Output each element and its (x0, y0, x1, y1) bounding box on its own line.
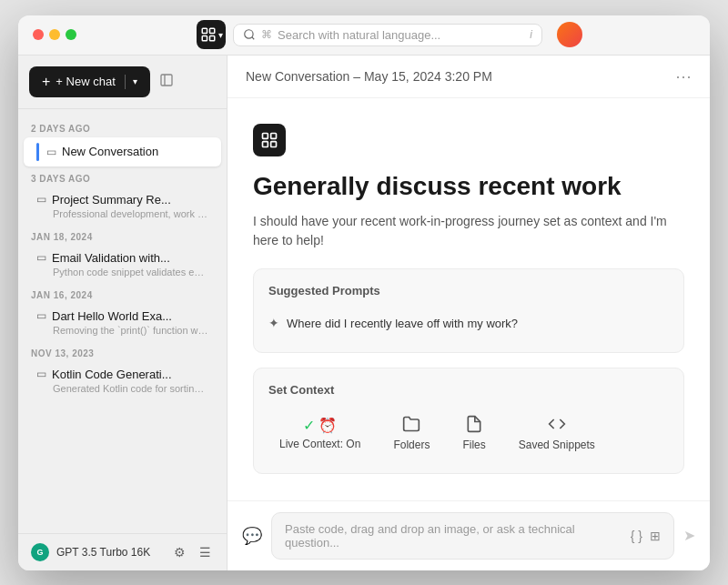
footer-icons: ⚙ ☰ (170, 543, 214, 561)
code-bracket-icon[interactable]: { } (631, 529, 642, 543)
svg-rect-6 (263, 133, 268, 138)
saved-snippets-button[interactable]: Saved Snippets (508, 408, 606, 459)
main-heading: Generally discuss recent work (253, 171, 684, 202)
traffic-lights (33, 29, 76, 40)
svg-rect-5 (161, 75, 172, 86)
conv-item-header: ▭ New Conversation (36, 143, 208, 161)
chat-icon: ▭ (36, 193, 46, 206)
conv-title: New Conversation (62, 145, 158, 158)
menu-icon[interactable]: ☰ (196, 543, 214, 561)
new-chat-label: + New chat (56, 75, 115, 88)
avatar[interactable] (557, 22, 582, 47)
message-icon: 💬 (242, 526, 262, 546)
files-label: Files (462, 439, 485, 451)
live-context-label: Live Context: On (279, 438, 360, 450)
conv-item-header: ▭ Kotlin Code Generati... (36, 368, 208, 381)
svg-rect-2 (202, 36, 207, 41)
clock-icon: ⏰ (318, 417, 337, 434)
svg-point-4 (245, 30, 253, 38)
conv-item-header: ▭ Project Summary Re... (36, 193, 208, 207)
conv-subtitle: Python code snippet validates email addr… (36, 267, 208, 277)
section-label-jan16: JAN 16, 2024 (18, 283, 227, 304)
folders-label: Folders (393, 439, 430, 451)
minimize-button[interactable] (49, 29, 60, 40)
panel-title: New Conversation – May 15, 2024 3:20 PM (246, 69, 675, 84)
chevron-down-icon: ▾ (133, 76, 137, 86)
search-icon (243, 28, 256, 41)
active-indicator (36, 143, 39, 161)
settings-icon[interactable]: ⚙ (170, 543, 188, 561)
conversation-item-email[interactable]: ▭ Email Validation with... Python code s… (24, 246, 221, 283)
chat-icon: ▭ (36, 251, 46, 264)
panel-header: New Conversation – May 15, 2024 3:20 PM … (228, 55, 710, 98)
panel-menu-button[interactable]: ⋯ (675, 68, 692, 85)
app-icon-button[interactable]: ▾ (197, 20, 226, 49)
close-button[interactable] (33, 29, 44, 40)
section-label-jan18: JAN 18, 2024 (18, 225, 227, 246)
section-label-2days: 2 DAYS AGO (18, 116, 227, 137)
svg-rect-1 (209, 28, 214, 33)
maximize-button[interactable] (66, 29, 76, 40)
files-button[interactable]: Files (451, 408, 496, 459)
folder-icon (402, 415, 420, 433)
sparkle-icon: ✦ (268, 316, 279, 330)
sidebar-footer: G GPT 3.5 Turbo 16K ⚙ ☰ (18, 533, 227, 570)
send-button[interactable]: ➤ (683, 527, 695, 544)
conv-item-header: ▭ Email Validation with... (36, 251, 208, 265)
gpt-badge: G (31, 543, 49, 561)
svg-rect-7 (271, 133, 277, 138)
chat-icon: ▭ (46, 146, 56, 158)
main-content: + + New chat ▾ 2 DAYS AGO (18, 55, 710, 570)
file-icon (465, 415, 483, 433)
input-placeholder: Paste code, drag and drop an image, or a… (285, 522, 623, 550)
search-info: i (530, 28, 532, 41)
chat-icon: ▭ (36, 309, 46, 322)
conversation-item-dart[interactable]: ▭ Dart Hello World Exa... Removing the `… (24, 304, 221, 341)
folders-button[interactable]: Folders (382, 408, 440, 459)
conversation-item-new[interactable]: ▭ New Conversation (24, 137, 221, 166)
set-context-title: Set Context (268, 383, 669, 397)
gpt-model-label: GPT 3.5 Turbo 16K (56, 546, 163, 559)
context-row: ✓ ⏰ Live Context: On Folders (268, 408, 669, 459)
live-context-icons: ✓ ⏰ (303, 417, 337, 434)
image-icon[interactable]: ⊞ (650, 529, 661, 543)
prompt-item[interactable]: ✦ Where did I recently leave off with my… (268, 308, 669, 338)
agent-icon (253, 124, 286, 156)
conv-title: Project Summary Re... (52, 193, 171, 207)
check-icon: ✓ (303, 417, 315, 434)
conv-subtitle: Removing the `print()` function will res… (36, 325, 208, 336)
conversation-item-kotlin[interactable]: ▭ Kotlin Code Generati... Generated Kotl… (24, 362, 221, 399)
titlebar: ▾ ⌘ Search with natural language... i (18, 15, 710, 55)
prompt-text: Where did I recently leave off with my w… (287, 317, 518, 330)
chat-icon: ▭ (36, 368, 46, 380)
search-bar[interactable]: ⌘ Search with natural language... i (233, 24, 542, 46)
main-panel: New Conversation – May 15, 2024 3:20 PM … (228, 55, 710, 570)
conv-item-header: ▭ Dart Hello World Exa... (36, 309, 208, 323)
chat-input[interactable]: Paste code, drag and drop an image, or a… (271, 512, 674, 560)
saved-snippets-label: Saved Snippets (519, 439, 595, 451)
conv-title: Email Validation with... (52, 251, 170, 265)
search-placeholder: Search with natural language... (278, 28, 524, 42)
app-window: ▾ ⌘ Search with natural language... i (18, 15, 710, 570)
new-chat-button[interactable]: + + New chat ▾ (29, 66, 150, 97)
input-area: 💬 Paste code, drag and drop an image, or… (228, 500, 710, 570)
conv-subtitle: Generated Kotlin code for sorting a list… (36, 383, 208, 394)
conversation-item-project[interactable]: ▭ Project Summary Re... Professional dev… (24, 187, 221, 225)
separator (125, 75, 126, 89)
titlebar-center: ▾ ⌘ Search with natural language... i (84, 20, 695, 49)
conv-title: Kotlin Code Generati... (52, 368, 172, 381)
sidebar-header: + + New chat ▾ (18, 55, 227, 109)
conv-title: Dart Hello World Exa... (52, 309, 172, 323)
svg-rect-9 (271, 141, 277, 146)
live-context-button[interactable]: ✓ ⏰ Live Context: On (268, 409, 371, 458)
svg-rect-0 (202, 28, 207, 33)
sidebar-toggle-button[interactable] (159, 73, 174, 91)
plus-icon: + (42, 74, 50, 90)
sidebar: + + New chat ▾ 2 DAYS AGO (18, 55, 228, 570)
suggested-prompts-card: Suggested Prompts ✦ Where did I recently… (253, 268, 684, 353)
section-label-3days: 3 DAYS AGO (18, 166, 227, 187)
panel-body: Generally discuss recent work I should h… (228, 98, 710, 500)
sidebar-header-row: + + New chat ▾ (29, 66, 216, 97)
main-description: I should have your recent work-in-progre… (253, 212, 684, 250)
svg-rect-3 (209, 36, 214, 41)
